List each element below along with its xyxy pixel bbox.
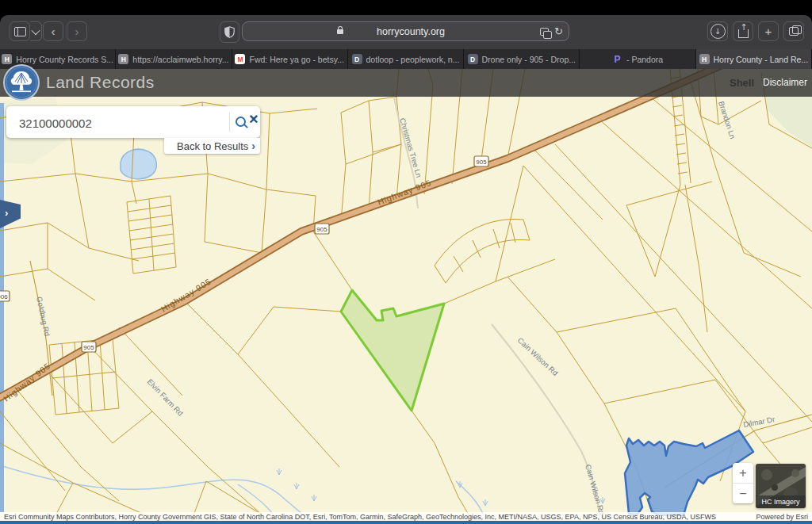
- parcel-search-panel: × Back to Results ›: [6, 106, 260, 138]
- disclaimer-link[interactable]: Disclaimer: [763, 77, 807, 88]
- tab-title: Fwd: Here ya go - betsy...: [249, 55, 343, 64]
- bottom-border: [0, 521, 812, 524]
- zoom-out-button[interactable]: −: [733, 484, 753, 503]
- share-icon: [738, 29, 749, 38]
- back-button[interactable]: ‹: [43, 21, 63, 41]
- shield-icon: [224, 26, 235, 38]
- gmail-icon: M: [235, 54, 245, 64]
- sidebar-icon: [14, 27, 26, 36]
- left-edge-water-strip: [0, 103, 4, 512]
- tab-title: Horry County Records S...: [16, 55, 113, 64]
- address-bar[interactable]: ↻: [242, 21, 569, 41]
- chevron-down-icon: [31, 25, 40, 34]
- imagery-label: HC Imagery: [756, 495, 806, 508]
- sidebar-dropdown-button[interactable]: [30, 21, 42, 41]
- tab-title: - Pandora: [626, 55, 663, 64]
- favicon-h: H: [118, 54, 128, 64]
- tab-title: dotloop - peoplework, n...: [366, 55, 460, 64]
- forward-button[interactable]: ›: [67, 21, 87, 41]
- svg-text:905: 905: [83, 344, 94, 351]
- page-title: Land Records: [46, 73, 155, 92]
- route-shield-905: 905: [82, 342, 96, 352]
- tabs-icon: [789, 27, 799, 36]
- reload-icon[interactable]: ↻: [554, 25, 563, 37]
- svg-text:905: 905: [476, 159, 487, 166]
- page-settings-icon[interactable]: [540, 28, 549, 36]
- powered-by-esri: Powered by Esri: [756, 513, 808, 521]
- zoom-in-button[interactable]: +: [733, 463, 753, 483]
- favicon-d: D: [468, 54, 478, 64]
- chevron-right-icon: ›: [5, 207, 8, 219]
- route-shield-906: 906: [0, 291, 10, 301]
- divider: [229, 113, 230, 132]
- svg-text:906: 906: [0, 293, 8, 300]
- clear-search-icon[interactable]: ×: [249, 110, 259, 128]
- privacy-shield-button[interactable]: [220, 21, 239, 43]
- horry-county-logo[interactable]: [3, 64, 40, 101]
- favicon-h: H: [2, 54, 12, 64]
- tab-title: https://acclaimweb.horry...: [132, 55, 228, 64]
- tab-overview-button[interactable]: [783, 21, 804, 41]
- tab-dropbox-drone[interactable]: D Drone only - 905 - Drop...: [464, 49, 580, 69]
- safari-window: ‹ › ↻ ↓: [0, 15, 812, 524]
- app-header: Land Records Disclaimer: [0, 69, 812, 97]
- chevron-right-icon: ›: [251, 140, 255, 151]
- search-box: ×: [6, 106, 260, 138]
- downloads-button[interactable]: ↓: [707, 21, 728, 41]
- page-content: 905 905 905 906: [0, 69, 812, 524]
- route-shield-905: 905: [474, 156, 488, 166]
- screen: ‹ › ↻ ↓: [0, 0, 812, 524]
- pond: [121, 149, 156, 178]
- tab-title: Drone only - 905 - Drop...: [482, 55, 576, 64]
- share-button[interactable]: [733, 21, 753, 41]
- url-input[interactable]: [347, 26, 474, 37]
- tab-acclaimweb[interactable]: H https://acclaimweb.horry...: [116, 49, 232, 69]
- favicon-d: D: [352, 54, 362, 64]
- new-tab-button[interactable]: +: [758, 21, 779, 41]
- search-input[interactable]: [17, 106, 211, 140]
- sidebar-toggle-button[interactable]: [10, 21, 30, 41]
- search-icon[interactable]: [236, 117, 246, 127]
- tab-title: Horry County - Land Re...: [714, 55, 809, 64]
- route-shield-905: 905: [315, 224, 329, 234]
- svg-text:905: 905: [316, 226, 327, 233]
- map-zoom-control: + −: [733, 463, 753, 503]
- attribution-sources: Esri Community Maps Contributors, Horry …: [4, 513, 716, 521]
- basemap-imagery-toggle[interactable]: HC Imagery: [756, 464, 806, 508]
- lock-icon: [337, 29, 343, 34]
- tab-pandora[interactable]: P - Pandora: [580, 49, 695, 69]
- map-attribution: Esri Community Maps Contributors, Horry …: [0, 512, 812, 521]
- tab-land-records-active[interactable]: H Horry County - Land Re...: [696, 49, 812, 69]
- tab-gmail[interactable]: M Fwd: Here ya go - betsy...: [232, 49, 348, 69]
- download-icon: ↓: [710, 24, 726, 39]
- tab-bar: H Horry County Records S... H https://ac…: [0, 49, 812, 69]
- pandora-icon: P: [612, 54, 622, 64]
- back-to-results-button[interactable]: Back to Results ›: [164, 138, 260, 154]
- tab-dotloop[interactable]: D dotloop - peoplework, n...: [348, 49, 464, 69]
- browser-toolbar: ‹ › ↻ ↓: [0, 15, 812, 49]
- favicon-h: H: [699, 54, 710, 64]
